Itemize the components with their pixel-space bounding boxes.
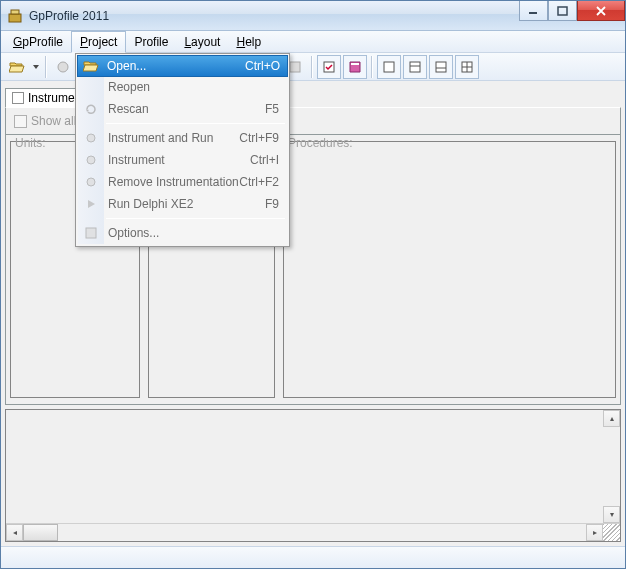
- tb-instrument-run-button[interactable]: [51, 55, 75, 79]
- svg-rect-13: [290, 62, 300, 72]
- play-icon: [82, 195, 100, 213]
- menu-gpprofile[interactable]: GpProfile: [5, 31, 71, 52]
- source-text-area[interactable]: ▴ ▾: [6, 410, 620, 524]
- menu-separator: [106, 123, 285, 124]
- svg-rect-3: [558, 7, 567, 15]
- titlebar[interactable]: GpProfile 2011: [1, 1, 625, 31]
- toolbar-separator: [311, 56, 313, 78]
- project-menu-dropdown: Open... Ctrl+O Reopen Rescan F5 Instrume…: [75, 53, 290, 247]
- menu-instrument-and-run: Instrument and Run Ctrl+F9: [78, 127, 287, 149]
- menu-run-delphi: Run Delphi XE2 F9: [78, 193, 287, 215]
- menu-project[interactable]: Project: [71, 31, 126, 53]
- menu-rescan: Rescan F5: [78, 98, 287, 120]
- scroll-up-button[interactable]: ▴: [603, 410, 620, 427]
- toolbar-separator: [45, 56, 47, 78]
- svg-rect-16: [384, 62, 394, 72]
- options-icon: [82, 224, 100, 242]
- svg-rect-17: [410, 62, 420, 72]
- svg-point-25: [87, 156, 95, 164]
- tb-help-book-button[interactable]: [343, 55, 367, 79]
- menu-separator: [106, 218, 285, 219]
- refresh-icon: [82, 100, 100, 118]
- units-label: Units:: [15, 136, 46, 150]
- svg-rect-15: [351, 63, 359, 65]
- statusbar: [1, 546, 625, 568]
- menu-reopen: Reopen: [78, 76, 287, 98]
- maximize-button[interactable]: [548, 1, 577, 21]
- vertical-scrollbar[interactable]: ▴ ▾: [603, 410, 620, 523]
- tb-open-button[interactable]: [5, 55, 29, 79]
- svg-rect-27: [86, 228, 96, 238]
- scroll-left-button[interactable]: ◂: [6, 524, 23, 541]
- menu-layout[interactable]: Layout: [176, 31, 228, 52]
- procedures-panel: Procedures:: [283, 141, 616, 398]
- size-grip[interactable]: [603, 524, 620, 541]
- svg-point-4: [58, 62, 68, 72]
- gear-run-icon: [82, 129, 100, 147]
- tb-layout-grid-button[interactable]: [455, 55, 479, 79]
- svg-rect-2: [529, 12, 537, 14]
- svg-point-26: [87, 178, 95, 186]
- menubar: GpProfile Project Profile Layout Help: [1, 31, 625, 53]
- menu-instrument: Instrument Ctrl+I: [78, 149, 287, 171]
- menu-open[interactable]: Open... Ctrl+O: [77, 55, 288, 77]
- tb-layout-htop-button[interactable]: [403, 55, 427, 79]
- tb-open-dropdown[interactable]: [31, 63, 41, 71]
- app-icon: [7, 8, 23, 24]
- menu-options: Options...: [78, 222, 287, 244]
- folder-open-icon: [82, 57, 100, 75]
- scroll-thumb[interactable]: [23, 524, 58, 541]
- close-button[interactable]: [577, 1, 625, 21]
- svg-rect-19: [436, 62, 446, 72]
- svg-point-24: [87, 134, 95, 142]
- gear-icon: [82, 151, 100, 169]
- source-panel: ▴ ▾ ◂ ▸: [5, 409, 621, 542]
- horizontal-scrollbar[interactable]: ◂ ▸: [6, 524, 603, 541]
- tab-checkbox-icon: [12, 92, 24, 104]
- minimize-button[interactable]: [519, 1, 548, 21]
- procedures-label: Procedures:: [288, 136, 353, 150]
- toolbar-separator: [371, 56, 373, 78]
- svg-rect-1: [11, 10, 19, 14]
- tb-checkbox-button[interactable]: [317, 55, 341, 79]
- scroll-right-button[interactable]: ▸: [586, 524, 603, 541]
- tb-layout-hbot-button[interactable]: [429, 55, 453, 79]
- menu-help[interactable]: Help: [228, 31, 269, 52]
- scroll-down-button[interactable]: ▾: [603, 506, 620, 523]
- app-window: GpProfile 2011 GpProfile Project Profile…: [0, 0, 626, 569]
- menu-remove-instrumentation: Remove Instrumentation Ctrl+F2: [78, 171, 287, 193]
- svg-rect-0: [9, 14, 21, 22]
- tb-layout-single-button[interactable]: [377, 55, 401, 79]
- gear-remove-icon: [82, 173, 100, 191]
- menu-profile[interactable]: Profile: [126, 31, 176, 52]
